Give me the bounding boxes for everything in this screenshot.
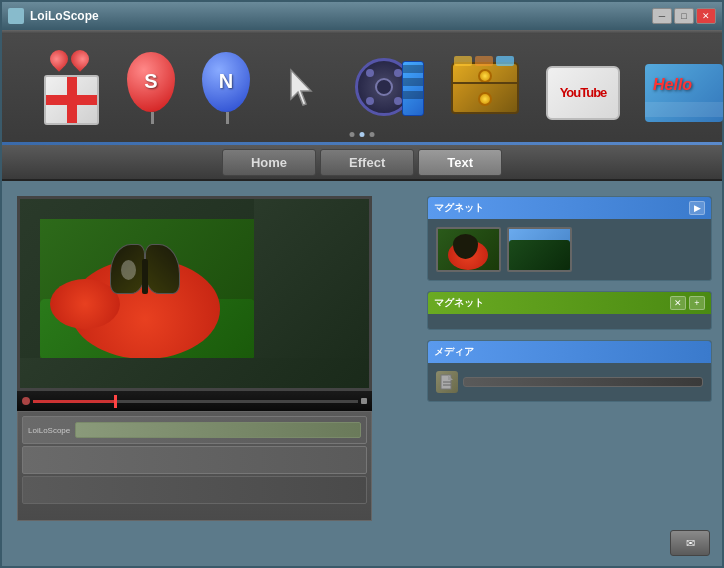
title-bar-left: LoiLoScope	[8, 8, 99, 24]
media-progress-bar	[463, 377, 703, 387]
right-panel: マグネット ▶	[422, 181, 722, 566]
gift-icon-btn[interactable]	[42, 50, 102, 125]
tab-home[interactable]: Home	[222, 149, 316, 176]
main-area: LoiLoScope マグネット ▶	[2, 181, 722, 566]
clip-bar-1	[75, 422, 361, 438]
wing-marking	[121, 260, 136, 280]
nav-tabs: Home Effect Text	[2, 145, 722, 181]
svg-marker-0	[291, 70, 311, 105]
video-preview	[17, 196, 372, 391]
clip-area: LoiLoScope	[17, 411, 372, 521]
balloon-n-letter: N	[219, 70, 233, 93]
media-title: メディア	[434, 345, 474, 359]
wing-left	[110, 244, 145, 294]
clip-row-1[interactable]: LoiLoScope	[22, 416, 367, 444]
video-frame	[40, 219, 255, 359]
media-file-icon	[436, 371, 458, 393]
title-buttons: ─ □ ✕	[652, 8, 716, 24]
mail-button[interactable]: ✉	[670, 530, 710, 556]
balloon-s-btn[interactable]: S	[127, 52, 177, 124]
toolbar-progress-fill	[2, 142, 722, 145]
magnet-title-1: マグネット	[434, 201, 484, 215]
timeline-end-marker	[361, 398, 367, 404]
magnet-header-2: マグネット ✕ +	[428, 292, 711, 314]
magnet-panel-1: マグネット ▶	[427, 196, 712, 281]
media-panel: メディア	[427, 340, 712, 402]
butterfly-body	[110, 239, 180, 314]
app-content: S N	[2, 30, 722, 566]
tab-text[interactable]: Text	[418, 149, 502, 176]
toolbar-dots	[350, 132, 375, 137]
dot1	[350, 132, 355, 137]
hello-truck-btn[interactable]: Hello	[645, 54, 723, 122]
magnet-header-1: マグネット ▶	[428, 197, 711, 219]
youtube-btn[interactable]: YouTube	[546, 56, 620, 120]
record-btn[interactable]	[22, 397, 30, 405]
title-bar: LoiLoScope ─ □ ✕	[2, 2, 722, 30]
left-panel: LoiLoScope	[17, 196, 412, 556]
timeline-playhead	[114, 395, 117, 408]
main-window: LoiLoScope ─ □ ✕	[0, 0, 724, 568]
magnet-content-1	[428, 219, 711, 280]
toolbar-progress-bar	[2, 142, 722, 145]
thumb-2[interactable]	[507, 227, 572, 272]
clip-row-2[interactable]	[22, 446, 367, 474]
maximize-button[interactable]: □	[674, 8, 694, 24]
magnet-close-btn[interactable]: ✕	[670, 296, 686, 310]
thumb-forest-img	[509, 229, 570, 270]
magnet-title-2: マグネット	[434, 296, 484, 310]
thumb-trees	[509, 240, 570, 270]
video-content	[40, 219, 255, 359]
wing-right	[145, 244, 180, 294]
dot2	[360, 132, 365, 137]
bottom-right-area: ✉	[670, 530, 710, 556]
timeline-position	[33, 400, 114, 403]
film-reel-btn[interactable]	[352, 53, 424, 123]
magnet-panel-2: マグネット ✕ +	[427, 291, 712, 330]
tab-effect[interactable]: Effect	[320, 149, 414, 176]
thumb-butterfly-img	[438, 229, 499, 270]
icon-toolbar: S N	[2, 30, 722, 145]
timeline-controls	[17, 391, 372, 411]
magnet-add-btn[interactable]: +	[689, 296, 705, 310]
timeline-bar[interactable]	[33, 400, 358, 403]
magnet-btn-1[interactable]: ▶	[689, 201, 705, 215]
clip-label-1: LoiLoScope	[28, 426, 70, 435]
minimize-button[interactable]: ─	[652, 8, 672, 24]
magnet-btns-2: ✕ +	[670, 296, 705, 310]
thumb-1[interactable]	[436, 227, 501, 272]
magnet-empty-2	[428, 314, 711, 329]
clip-row-3[interactable]	[22, 476, 367, 504]
media-header: メディア	[428, 341, 711, 363]
cursor-tool-btn[interactable]	[277, 54, 327, 122]
balloon-s-letter: S	[144, 70, 157, 93]
media-content	[428, 363, 711, 401]
mail-icon: ✉	[686, 537, 695, 550]
dot3	[370, 132, 375, 137]
app-icon	[8, 8, 24, 24]
window-title: LoiLoScope	[30, 9, 99, 23]
treasure-chest-btn[interactable]	[449, 54, 521, 122]
balloon-n-btn[interactable]: N	[202, 52, 252, 124]
close-button[interactable]: ✕	[696, 8, 716, 24]
